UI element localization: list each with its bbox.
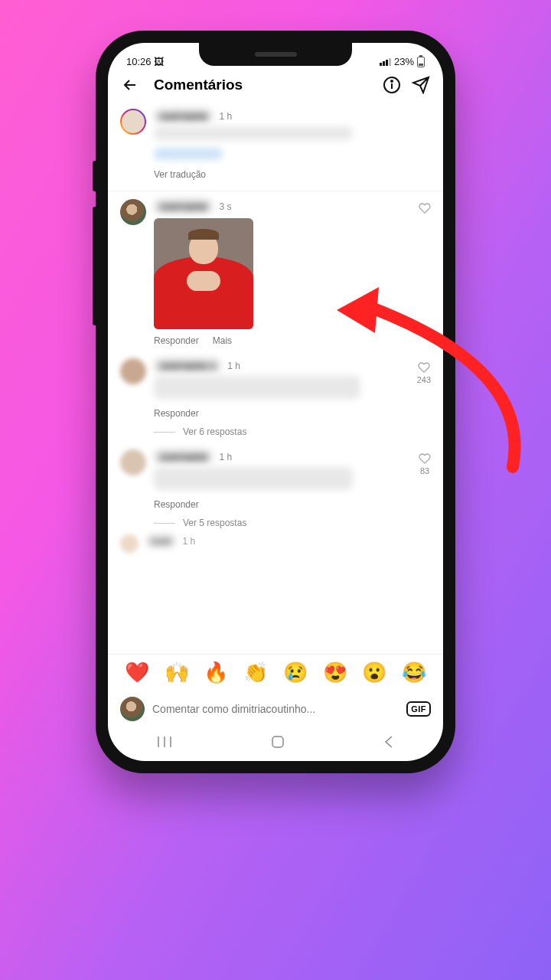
avatar[interactable] bbox=[120, 199, 146, 225]
comment-input[interactable] bbox=[152, 703, 399, 715]
back-nav-button[interactable] bbox=[383, 735, 394, 749]
page-title: Comentários bbox=[154, 77, 243, 93]
avatar[interactable] bbox=[120, 534, 139, 553]
emoji-bar: ❤️ 🙌 🔥 👏 😢 😍 😮 😂 bbox=[108, 654, 443, 691]
back-button[interactable] bbox=[120, 75, 140, 95]
timestamp: 3 s bbox=[219, 201, 231, 212]
emoji-heart-eyes[interactable]: 😍 bbox=[323, 661, 347, 684]
username[interactable]: username x bbox=[154, 358, 221, 373]
emoji-heart[interactable]: ❤️ bbox=[125, 661, 149, 684]
phone-frame: 10:26 🖼 23% Comentários bbox=[96, 31, 455, 773]
recents-button[interactable] bbox=[157, 735, 172, 749]
username[interactable]: username bbox=[154, 199, 213, 214]
view-replies-link[interactable]: Ver 6 respostas bbox=[183, 426, 246, 437]
timestamp: 1 h bbox=[182, 536, 195, 547]
svg-point-2 bbox=[391, 80, 393, 82]
emoji-laugh[interactable]: 😂 bbox=[402, 661, 426, 684]
app-header: Comentários bbox=[108, 69, 443, 101]
timestamp: 1 h bbox=[219, 111, 232, 122]
gif-attachment[interactable] bbox=[154, 218, 253, 329]
picture-icon: 🖼 bbox=[154, 56, 164, 67]
info-button[interactable] bbox=[382, 75, 402, 95]
timestamp: 1 h bbox=[219, 452, 232, 462]
avatar[interactable] bbox=[120, 449, 146, 475]
battery-icon bbox=[417, 57, 425, 67]
emoji-cry[interactable]: 😢 bbox=[283, 661, 308, 684]
like-button[interactable] bbox=[419, 452, 431, 465]
like-button[interactable] bbox=[419, 202, 431, 214]
status-time: 10:26 bbox=[126, 56, 152, 67]
more-link[interactable]: Mais bbox=[213, 335, 232, 346]
like-button[interactable] bbox=[418, 361, 430, 374]
like-count: 243 bbox=[417, 375, 431, 384]
comment-item[interactable]: username1 h Responder Ver 5 respostas 83 bbox=[108, 442, 443, 533]
like-count: 83 bbox=[420, 466, 429, 475]
view-replies-link[interactable]: Ver 5 respostas bbox=[183, 518, 246, 528]
comment-item[interactable]: user1 h bbox=[108, 533, 443, 553]
share-button[interactable] bbox=[411, 75, 431, 95]
comment-text bbox=[154, 126, 353, 140]
comment-feed[interactable]: username1 h Ver tradução username3 s Res… bbox=[108, 101, 443, 654]
username[interactable]: username bbox=[154, 449, 213, 464]
username[interactable]: user bbox=[146, 534, 176, 547]
reply-link[interactable]: Responder bbox=[154, 335, 199, 346]
username[interactable]: username bbox=[154, 109, 213, 123]
gif-button[interactable]: GIF bbox=[406, 701, 431, 717]
battery-percent: 23% bbox=[394, 56, 414, 67]
self-avatar[interactable] bbox=[120, 697, 145, 721]
emoji-fire[interactable]: 🔥 bbox=[204, 661, 228, 684]
emoji-wow[interactable]: 😮 bbox=[362, 661, 386, 684]
mention[interactable] bbox=[154, 148, 223, 160]
avatar[interactable] bbox=[120, 109, 146, 135]
comment-text bbox=[154, 376, 360, 399]
reply-link[interactable]: Responder bbox=[154, 499, 199, 510]
svg-rect-6 bbox=[272, 737, 283, 747]
system-nav-bar bbox=[108, 727, 443, 761]
signal-icon bbox=[380, 58, 391, 66]
comment-text bbox=[154, 467, 353, 490]
emoji-praise[interactable]: 🙌 bbox=[165, 661, 189, 684]
comment-item[interactable]: username1 h Ver tradução bbox=[108, 101, 443, 191]
comment-input-bar: GIF bbox=[108, 691, 443, 727]
avatar[interactable] bbox=[120, 358, 146, 384]
comment-item[interactable]: username3 s Responder Mais bbox=[108, 191, 443, 351]
home-button[interactable] bbox=[270, 734, 285, 750]
emoji-clap[interactable]: 👏 bbox=[243, 661, 268, 684]
translate-link[interactable]: Ver tradução bbox=[154, 169, 206, 180]
timestamp: 1 h bbox=[227, 361, 240, 371]
screen: 10:26 🖼 23% Comentários bbox=[108, 43, 443, 761]
reply-link[interactable]: Responder bbox=[154, 408, 199, 419]
comment-item[interactable]: username x1 h Responder Ver 6 respostas … bbox=[108, 351, 443, 442]
